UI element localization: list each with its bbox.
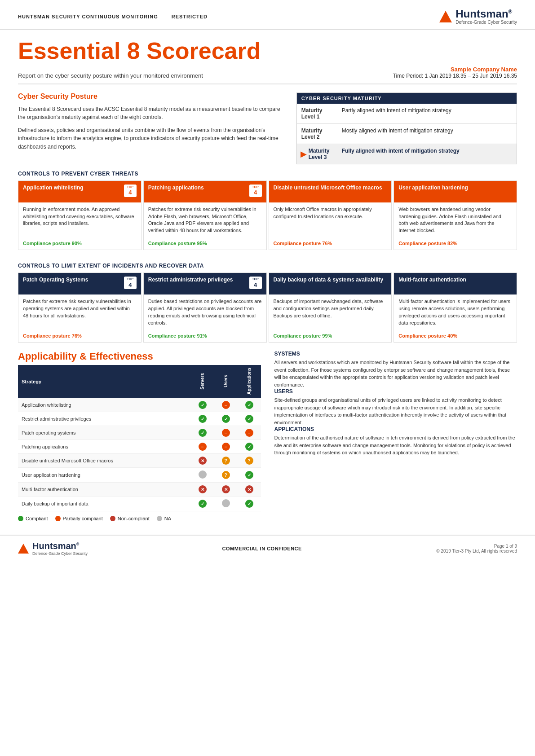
- maturity-row-3-active: ▶ MaturityLevel 3 Fully aligned with int…: [297, 144, 517, 164]
- footer: Huntsman® Defence-Grade Cyber Security C…: [0, 535, 535, 561]
- legend-label-noncompliant: Non-compliant: [118, 516, 150, 521]
- control-patch-os-title: Patch Operating Systems: [23, 277, 121, 283]
- control-card-backup-header: Daily backup of data & systems availabil…: [269, 273, 392, 294]
- app-users-cell: ✓: [214, 412, 238, 426]
- app-col-strategy: Strategy: [18, 365, 191, 398]
- app-applications-cell: –: [238, 426, 261, 440]
- status-icon-noncompliant: ✕: [245, 485, 253, 493]
- posture-paragraph2: Defined assets, policies and organisatio…: [18, 126, 283, 151]
- status-icon-na: [199, 470, 207, 479]
- header-restricted: RESTRICTED: [172, 14, 208, 19]
- header-title: HUNTSMAN SECURITY CONTINUOUS MONITORING: [18, 14, 158, 19]
- info-applications-text: Determination of the authorised nature o…: [274, 434, 517, 457]
- app-col-servers: Servers: [191, 365, 214, 398]
- compliance-patch-os: Compliance posture 76%: [18, 330, 141, 342]
- controls-prevent-grid: Application whitelisting TOP 4 Running i…: [18, 180, 517, 251]
- app-strategy-cell: Daily backup of important data: [18, 497, 191, 511]
- controls-limit-section: CONTROLS TO LIMIT EXTENT OF INCIDENTS AN…: [0, 256, 535, 343]
- control-card-user-hardening: User application hardening Web browsers …: [394, 180, 517, 251]
- maturity-header: CYBER SECURITY MATURITY: [297, 93, 517, 104]
- app-servers-cell: ✓: [191, 426, 214, 440]
- maturity-row-2: MaturityLevel 2 Mostly aligned with inte…: [297, 123, 517, 144]
- control-restrict-admin-title: Restrict administrative privileges: [148, 277, 247, 283]
- app-servers-cell: ✕: [191, 483, 214, 497]
- compliance-mfa: Compliance posture 40%: [394, 330, 517, 342]
- compliance-macros: Compliance posture 76%: [269, 238, 392, 250]
- control-card-macros: Disable untrusted Microsoft Office macro…: [269, 180, 392, 251]
- app-users-cell: ?: [214, 468, 238, 483]
- status-icon-compliant: ✓: [245, 471, 253, 479]
- status-icon-partial: –: [222, 429, 230, 437]
- app-strategy-cell: Disable untrusted Microsoft Office macro…: [18, 454, 191, 468]
- header: HUNTSMAN SECURITY CONTINUOUS MONITORING …: [0, 0, 535, 30]
- control-card-restrict-admin-header: Restrict administrative privileges TOP 4: [144, 273, 266, 294]
- logo-area: Huntsman® Defence-Grade Cyber Security: [439, 8, 517, 25]
- control-whitelisting-title: Application whitelisting: [23, 185, 121, 191]
- app-servers-cell: [191, 468, 214, 483]
- app-col-applications: Applications: [238, 365, 261, 398]
- app-table-row: Multi-factor authentication ✕ ✕ ✕: [18, 483, 261, 497]
- info-users-title: USERS: [274, 388, 517, 395]
- footer-right: Page 1 of 9 © 2019 Tier-3 Pty Ltd, All r…: [436, 544, 517, 554]
- control-macros-title: Disable untrusted Microsoft Office macro…: [274, 185, 387, 191]
- header-left: HUNTSMAN SECURITY CONTINUOUS MONITORING …: [18, 14, 208, 19]
- info-applications: APPLICATIONS Determination of the author…: [274, 426, 517, 457]
- footer-logo-triangle-icon: [18, 544, 29, 554]
- status-icon-na: [222, 499, 230, 507]
- app-strategy-cell: Patch operating systems: [18, 426, 191, 440]
- app-table-row: Patch operating systems ✓ – –: [18, 426, 261, 440]
- status-icon-partial: –: [222, 443, 230, 451]
- company-info: Sample Company Name Time Period: 1 Jan 2…: [393, 66, 517, 79]
- status-icon-question: ?: [222, 471, 230, 479]
- app-applications-cell: ?: [238, 454, 261, 468]
- info-systems-title: SYSTEMS: [274, 351, 517, 357]
- control-user-hardening-title: User application hardening: [398, 185, 512, 191]
- control-card-backup: Daily backup of data & systems availabil…: [269, 273, 392, 343]
- control-card-mfa-header: Multi-factor authentication: [394, 273, 517, 294]
- left-content: Cyber Security Posture The Essential 8 S…: [18, 92, 283, 164]
- control-card-macros-header: Disable untrusted Microsoft Office macro…: [269, 181, 392, 202]
- top-badge-patch-os: TOP 4: [124, 277, 137, 289]
- status-icon-partial: –: [222, 401, 230, 409]
- app-servers-cell: ✕: [191, 454, 214, 468]
- title-section: Essential 8 Scorecard Report on the cybe…: [0, 30, 535, 79]
- control-mfa-title: Multi-factor authentication: [398, 277, 512, 283]
- footer-logo-text: Huntsman® Defence-Grade Cyber Security: [32, 541, 88, 556]
- maturity-row-1: MaturityLevel 1 Partly aligned with inte…: [297, 104, 517, 124]
- bottom-section: Applicability & Effectiveness Strategy S…: [0, 343, 535, 521]
- maturity-box: CYBER SECURITY MATURITY MaturityLevel 1 …: [296, 92, 517, 164]
- status-icon-compliant: ✓: [222, 415, 230, 423]
- control-card-restrict-admin: Restrict administrative privileges TOP 4…: [143, 273, 267, 343]
- top-badge-restrict-admin: TOP 4: [249, 277, 262, 289]
- compliance-restrict-admin: Compliance posture 91%: [144, 330, 266, 342]
- app-strategy-cell: Patching applications: [18, 440, 191, 454]
- status-icon-noncompliant: ✕: [199, 485, 207, 493]
- app-strategy-cell: Application whitelisting: [18, 398, 191, 412]
- controls-limit-header: CONTROLS TO LIMIT EXTENT OF INCIDENTS AN…: [18, 263, 517, 269]
- app-applications-cell: ✓: [238, 468, 261, 483]
- compliance-patching-apps: Compliance posture 95%: [144, 238, 266, 250]
- info-users-text: Site-defined groups and organisational u…: [274, 396, 517, 426]
- app-applications-cell: ✓: [238, 398, 261, 412]
- info-systems-text: All servers and workstations which are m…: [274, 359, 517, 388]
- applicability-title: Applicability & Effectiveness: [18, 351, 261, 362]
- info-area: SYSTEMS All servers and workstations whi…: [274, 351, 517, 521]
- posture-paragraph1: The Essential 8 Scorecard uses the ACSC …: [18, 105, 283, 122]
- status-icon-partial: –: [199, 443, 207, 451]
- logo-tagline: Defence-Grade Cyber Security: [455, 20, 517, 25]
- control-backup-body: Backups of important new/changed data, s…: [269, 294, 392, 330]
- app-servers-cell: ✓: [191, 412, 214, 426]
- app-strategy-cell: Restrict adminstrative privileges: [18, 412, 191, 426]
- legend-noncompliant: Non-compliant: [110, 516, 150, 521]
- legend-label-compliant: Compliant: [26, 516, 48, 521]
- control-mfa-body: Multi-factor authentication is implement…: [394, 294, 517, 330]
- legend-compliant: Compliant: [18, 516, 48, 521]
- maturity-level-3-cell: ▶ MaturityLevel 3: [297, 144, 337, 164]
- status-icon-compliant: ✓: [199, 429, 207, 437]
- maturity-table: MaturityLevel 1 Partly aligned with inte…: [297, 104, 517, 164]
- app-users-cell: [214, 497, 238, 511]
- control-patching-apps-body: Patches for extreme risk security vulner…: [144, 202, 266, 238]
- app-servers-cell: ✓: [191, 398, 214, 412]
- app-strategy-cell: User application hardening: [18, 468, 191, 483]
- applicability-table: Strategy Servers Users Applications Appl…: [18, 365, 261, 511]
